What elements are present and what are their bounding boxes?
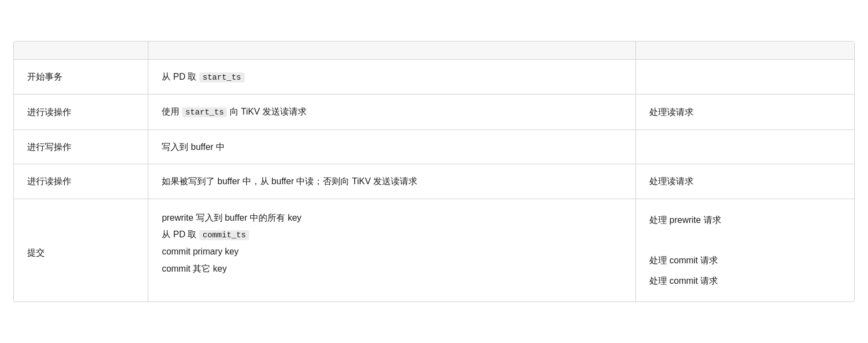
inline-code: start_ts <box>199 72 245 82</box>
table-row-commit: 提交prewrite 写入到 buffer 中的所有 key从 PD 取 com… <box>14 199 854 302</box>
inline-code: commit_ts <box>199 230 249 240</box>
action-cell: 开始事务 <box>14 60 148 95</box>
commit-client-line: 从 PD 取 commit_ts <box>162 227 622 243</box>
action-cell: 进行写操作 <box>14 129 148 164</box>
client-cell: 写入到 buffer 中 <box>148 129 636 164</box>
main-table-wrapper: 开始事务从 PD 取 start_ts进行读操作使用 start_ts 向 Ti… <box>13 41 855 302</box>
table-row: 进行读操作如果被写到了 buffer 中，从 buffer 中读；否则向 TiK… <box>14 164 854 199</box>
transaction-table: 开始事务从 PD 取 start_ts进行读操作使用 start_ts 向 Ti… <box>14 41 854 302</box>
commit-client-cell: prewrite 写入到 buffer 中的所有 key从 PD 取 commi… <box>148 199 636 302</box>
commit-tikv-line <box>649 230 841 251</box>
commit-client-line: commit 其它 key <box>162 261 622 277</box>
commit-tikv-line: 处理 commit 请求 <box>649 271 841 292</box>
header-client <box>148 41 636 60</box>
header-action <box>14 41 148 60</box>
header-tikv <box>636 41 854 60</box>
tikv-cell <box>636 60 854 95</box>
inline-code: start_ts <box>182 107 228 117</box>
commit-tikv-line: 处理 commit 请求 <box>649 251 841 271</box>
table-row: 进行写操作写入到 buffer 中 <box>14 129 854 164</box>
client-cell: 使用 start_ts 向 TiKV 发送读请求 <box>148 95 636 129</box>
tikv-cell <box>636 129 854 164</box>
client-cell: 如果被写到了 buffer 中，从 buffer 中读；否则向 TiKV 发送读… <box>148 164 636 199</box>
table-row: 开始事务从 PD 取 start_ts <box>14 60 854 95</box>
commit-action-cell: 提交 <box>14 199 148 302</box>
table-row: 进行读操作使用 start_ts 向 TiKV 发送读请求处理读请求 <box>14 95 854 129</box>
commit-client-line: commit primary key <box>162 244 622 260</box>
action-cell: 进行读操作 <box>14 164 148 199</box>
commit-client-line: prewrite 写入到 buffer 中的所有 key <box>162 210 622 226</box>
tikv-cell: 处理读请求 <box>636 95 854 129</box>
table-header-row <box>14 41 854 60</box>
commit-tikv-line: 处理 prewrite 请求 <box>649 210 841 231</box>
commit-tikv-cell: 处理 prewrite 请求 处理 commit 请求处理 commit 请求 <box>636 199 854 302</box>
tikv-cell: 处理读请求 <box>636 164 854 199</box>
client-cell: 从 PD 取 start_ts <box>148 60 636 95</box>
action-cell: 进行读操作 <box>14 95 148 129</box>
